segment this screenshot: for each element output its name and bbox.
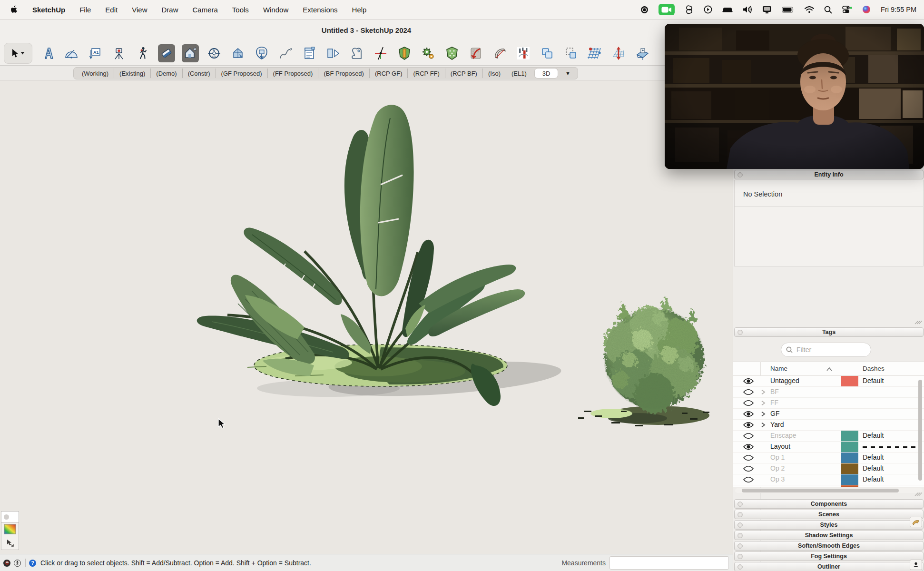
scene-tab-demo[interactable]: (Demo) bbox=[150, 69, 182, 78]
panel-collapse-circle-icon[interactable] bbox=[737, 564, 743, 570]
tag-row[interactable]: Op 2 Default bbox=[733, 463, 924, 474]
tag-name[interactable]: Skp bbox=[770, 486, 782, 487]
components-panel-header[interactable]: Components bbox=[734, 499, 924, 509]
panel-collapse-circle-icon[interactable] bbox=[737, 543, 743, 549]
styles-panel-header[interactable]: Styles bbox=[734, 520, 924, 530]
paint-house-tool[interactable] bbox=[182, 44, 199, 62]
menu-window[interactable]: Window bbox=[263, 6, 288, 14]
chevron-right-icon[interactable] bbox=[760, 389, 766, 395]
tags-filter-input[interactable] bbox=[796, 345, 864, 354]
select-tool[interactable] bbox=[4, 43, 32, 64]
chevron-right-icon[interactable] bbox=[760, 400, 766, 406]
menu-help[interactable]: Help bbox=[352, 6, 367, 14]
facecam-overlay-window[interactable] bbox=[665, 24, 924, 169]
tag-row[interactable]: Layout bbox=[733, 442, 924, 453]
shadow-settings-panel-header[interactable]: Shadow Settings bbox=[734, 531, 924, 540]
tags-vertical-scrollbar[interactable] bbox=[918, 380, 922, 481]
battery-icon[interactable] bbox=[782, 4, 795, 15]
soften-shield-tool[interactable] bbox=[443, 44, 461, 62]
tag-dash-style-dashed[interactable] bbox=[863, 446, 919, 448]
scene-tab-iso[interactable]: (Iso) bbox=[482, 69, 506, 78]
tags-header[interactable]: Tags bbox=[734, 327, 924, 337]
help-icon[interactable]: ? bbox=[29, 560, 36, 567]
tray-resize-handle-icon[interactable] bbox=[914, 492, 922, 496]
menu-tools[interactable]: Tools bbox=[232, 6, 249, 14]
profile-builder-tool[interactable] bbox=[348, 44, 365, 62]
generate-report-tool[interactable] bbox=[301, 44, 318, 62]
vertical-scale-tool[interactable] bbox=[610, 44, 627, 62]
scrollbar-thumb[interactable] bbox=[742, 489, 899, 492]
scene-tab-existing[interactable]: (Existing) bbox=[114, 69, 150, 78]
tag-dash-style[interactable]: Default bbox=[863, 464, 884, 472]
palette-title-bar[interactable] bbox=[1, 511, 19, 522]
material-replacer-tool[interactable] bbox=[467, 44, 484, 62]
tag-dash-style[interactable]: Default bbox=[863, 432, 884, 439]
eraser-tool[interactable] bbox=[158, 44, 175, 62]
measurements-input[interactable] bbox=[609, 556, 729, 570]
wifi-icon[interactable] bbox=[805, 4, 814, 15]
scene-tabs-overflow-caret[interactable]: ▼ bbox=[560, 69, 575, 78]
visibility-eye-closed-icon[interactable] bbox=[743, 400, 754, 406]
visibility-eye-open-icon[interactable] bbox=[743, 378, 754, 384]
plant-shrub[interactable] bbox=[578, 295, 709, 426]
tag-name[interactable]: GF bbox=[770, 410, 779, 417]
scene-tab-constr[interactable]: (Constr) bbox=[182, 69, 216, 78]
axes-tool[interactable] bbox=[372, 44, 389, 62]
tag-dash-style[interactable]: Default bbox=[863, 475, 884, 483]
panel-collapse-circle-icon[interactable] bbox=[737, 522, 743, 528]
tag-folder-row[interactable]: Yard bbox=[733, 420, 924, 431]
menu-camera[interactable]: Camera bbox=[192, 6, 217, 14]
menu-file[interactable]: File bbox=[79, 6, 91, 14]
visibility-eye-open-icon[interactable] bbox=[743, 422, 754, 428]
position-camera-tool[interactable] bbox=[110, 44, 128, 62]
section-display-tool[interactable] bbox=[324, 44, 342, 62]
sample-tool-button[interactable] bbox=[1, 536, 19, 550]
color-picker-button[interactable] bbox=[1, 522, 19, 536]
menu-app-name[interactable]: SketchUp bbox=[32, 6, 65, 14]
tags-filter-field[interactable] bbox=[781, 343, 871, 357]
screen-camera-icon[interactable] bbox=[659, 4, 675, 15]
styles-preview-icon[interactable] bbox=[910, 517, 922, 527]
tag-row[interactable]: Untagged Default bbox=[733, 376, 924, 387]
menu-extensions[interactable]: Extensions bbox=[303, 6, 337, 14]
look-around-tool[interactable]: CA·8 bbox=[206, 44, 223, 62]
keyboard-icon[interactable] bbox=[722, 4, 733, 15]
tags-horizontal-scrollbar[interactable] bbox=[735, 488, 923, 493]
tag-color-swatch[interactable] bbox=[841, 463, 858, 474]
3d-text-tool[interactable] bbox=[39, 44, 56, 62]
display-icon[interactable] bbox=[762, 4, 772, 15]
record-icon[interactable] bbox=[640, 4, 649, 15]
sort-ascending-icon[interactable] bbox=[826, 367, 832, 371]
scenes-panel-header[interactable]: Scenes bbox=[734, 510, 924, 519]
tag-name[interactable]: Yard bbox=[770, 421, 784, 428]
panel-collapse-circle-icon[interactable] bbox=[737, 172, 743, 177]
tag-name[interactable]: BF bbox=[770, 388, 779, 395]
copy-array-tool[interactable] bbox=[539, 44, 556, 62]
panel-collapse-circle-icon[interactable] bbox=[737, 554, 743, 559]
chevron-right-icon[interactable] bbox=[760, 422, 766, 428]
panel-collapse-circle-icon[interactable] bbox=[737, 512, 743, 517]
menubar-clock[interactable]: Fri 9:55 PM bbox=[881, 6, 916, 13]
palette-close-icon[interactable] bbox=[4, 514, 9, 520]
tag-name[interactable]: FF bbox=[770, 399, 778, 406]
apple-menu-icon[interactable] bbox=[10, 4, 18, 15]
sandbox-tool[interactable] bbox=[634, 44, 651, 62]
follow-me-tool[interactable] bbox=[491, 44, 508, 62]
tag-name[interactable]: Op 3 bbox=[770, 475, 785, 483]
entity-info-header[interactable]: Entity Info bbox=[734, 170, 924, 179]
profile-member-tool[interactable] bbox=[515, 44, 532, 62]
modeling-canvas[interactable] bbox=[0, 80, 733, 554]
scene-tab-bf-proposed[interactable]: (BF Proposed) bbox=[318, 69, 369, 78]
tag-color-swatch[interactable] bbox=[841, 442, 858, 452]
siri-icon[interactable] bbox=[862, 4, 871, 15]
tag-name[interactable]: Layout bbox=[770, 443, 790, 450]
menu-edit[interactable]: Edit bbox=[105, 6, 118, 14]
tag-color-swatch[interactable] bbox=[841, 485, 858, 487]
panel-collapse-circle-icon[interactable] bbox=[737, 502, 743, 507]
outliner-panel-header[interactable]: Outliner bbox=[734, 562, 924, 571]
visibility-eye-closed-icon[interactable] bbox=[743, 465, 754, 472]
tag-name[interactable]: Untagged bbox=[770, 377, 799, 384]
import-model-tool[interactable] bbox=[253, 44, 270, 62]
tag-folder-row[interactable]: BF bbox=[733, 387, 924, 398]
soften-smooth-edges-panel-header[interactable]: Soften/Smooth Edges bbox=[734, 541, 924, 551]
